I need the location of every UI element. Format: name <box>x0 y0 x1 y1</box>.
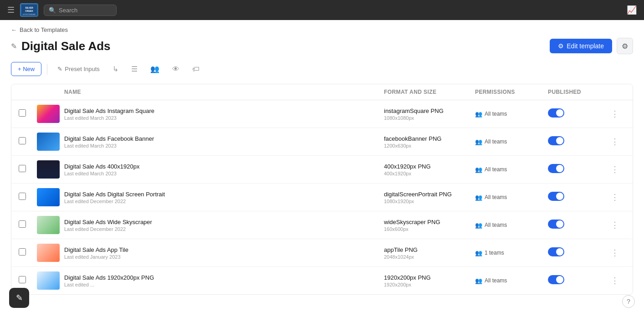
new-button[interactable]: + New <box>11 62 41 76</box>
breadcrumb[interactable]: ← Back to Templates <box>0 20 644 36</box>
tag-icon-button[interactable]: 🏷 <box>188 62 204 77</box>
row-last-edited: Last edited March 2023 <box>64 143 384 148</box>
row-format-name: 400x1920px PNG <box>384 163 475 170</box>
analytics-icon[interactable]: 📈 <box>627 5 637 15</box>
row-checkbox-cell[interactable] <box>19 193 37 202</box>
row-more-cell[interactable]: ⋮ <box>607 107 625 121</box>
new-label: + New <box>18 66 35 72</box>
row-name: Digital Sale Ads App Tile <box>64 246 384 253</box>
row-format-cell: 400x1920px PNG 400x1920px <box>384 163 475 176</box>
more-options-button[interactable]: ⋮ <box>607 135 623 148</box>
row-permissions: All teams <box>485 111 507 117</box>
row-checkbox[interactable] <box>19 165 26 172</box>
row-published-cell[interactable] <box>548 136 607 147</box>
svg-text:SILVER: SILVER <box>25 6 33 9</box>
row-more-cell[interactable]: ⋮ <box>607 218 625 232</box>
row-checkbox[interactable] <box>19 109 26 117</box>
published-toggle[interactable] <box>548 192 564 201</box>
more-options-button[interactable]: ⋮ <box>607 274 623 287</box>
row-permissions: All teams <box>485 166 507 173</box>
preset-inputs-label: Preset Inputs <box>65 66 100 72</box>
published-toggle[interactable] <box>548 136 564 145</box>
row-checkbox[interactable] <box>19 137 26 144</box>
help-button[interactable]: ? <box>622 295 635 308</box>
more-options-button[interactable]: ⋮ <box>607 163 623 176</box>
table-container: Name Format and size Permissions Publish… <box>11 84 633 295</box>
row-format-cell: instagramSquare PNG 1080x1080px <box>384 107 475 121</box>
export-icon: ↳ <box>112 65 118 73</box>
teams-icon: 👥 <box>475 194 482 201</box>
row-more-cell[interactable]: ⋮ <box>607 163 625 176</box>
row-format-size: 1080x1920px <box>384 199 475 204</box>
published-toggle[interactable] <box>548 220 564 229</box>
published-toggle[interactable] <box>548 164 564 173</box>
more-options-button[interactable]: ⋮ <box>607 218 623 232</box>
row-thumbnail <box>37 105 60 123</box>
floating-edit-icon: ✎ <box>16 293 23 303</box>
teams-icon: 👥 <box>475 138 482 145</box>
published-toggle[interactable] <box>548 108 564 118</box>
row-name: Digital Sale Ads Instagram Square <box>64 107 384 114</box>
row-checkbox[interactable] <box>19 193 26 200</box>
more-options-button[interactable]: ⋮ <box>607 190 623 204</box>
row-more-cell[interactable]: ⋮ <box>607 246 625 260</box>
edit-template-label: Edit template <box>567 42 604 50</box>
teams-icon: 👥 <box>475 222 482 229</box>
row-published-cell[interactable] <box>548 220 607 230</box>
hamburger-icon[interactable]: ☰ <box>7 5 15 15</box>
row-name-cell: Digital Sale Ads Instagram Square Last e… <box>64 107 384 121</box>
row-name-cell: Digital Sale Ads 1920x200px PNG Last edi… <box>64 274 384 287</box>
row-checkbox[interactable] <box>19 220 26 228</box>
row-permission-cell: 👥 All teams <box>475 277 548 284</box>
row-name-cell: Digital Sale Ads 400x1920px Last edited … <box>64 163 384 176</box>
row-checkbox-cell[interactable] <box>19 165 37 174</box>
row-name: Digital Sale Ads 400x1920px <box>64 163 384 170</box>
row-published-cell[interactable] <box>548 164 607 175</box>
published-toggle[interactable] <box>548 275 564 284</box>
row-checkbox-cell[interactable] <box>19 248 37 257</box>
row-thumb-cell <box>37 244 64 262</box>
header-published-col: Published <box>548 89 607 95</box>
row-checkbox-cell[interactable] <box>19 276 37 285</box>
logo-area[interactable]: SILVER CREEK SPORTSWEAR <box>20 3 38 17</box>
row-format-name: 1920x200px PNG <box>384 274 475 281</box>
row-published-cell[interactable] <box>548 275 607 286</box>
row-checkbox[interactable] <box>19 248 26 256</box>
row-checkbox-cell[interactable] <box>19 109 37 118</box>
row-more-cell[interactable]: ⋮ <box>607 190 625 204</box>
row-more-cell[interactable]: ⋮ <box>607 135 625 148</box>
row-published-cell[interactable] <box>548 247 607 258</box>
edit-template-button[interactable]: ⚙ Edit template <box>550 39 612 53</box>
more-options-button[interactable]: ⋮ <box>607 107 623 121</box>
row-name: Digital Sale Ads Facebook Banner <box>64 135 384 142</box>
row-published-cell[interactable] <box>548 192 607 203</box>
row-thumbnail <box>37 244 60 262</box>
row-name: Digital Sale Ads Digital Screen Portrait <box>64 191 384 198</box>
search-bar[interactable]: 🔍 Search <box>44 5 117 16</box>
title-edit-icon[interactable]: ✎ <box>11 42 17 51</box>
row-name-cell: Digital Sale Ads Wide Skyscraper Last ed… <box>64 219 384 232</box>
row-more-cell[interactable]: ⋮ <box>607 274 625 287</box>
teams-icon: 👥 <box>475 111 482 118</box>
row-format-cell: facebookBanner PNG 1200x630px <box>384 135 475 148</box>
settings-button[interactable]: ⚙ <box>617 38 633 54</box>
preset-inputs-button[interactable]: ✎ Preset Inputs <box>53 62 104 76</box>
logo-box: SILVER CREEK SPORTSWEAR <box>20 3 38 17</box>
floating-edit-button[interactable]: ✎ <box>9 288 29 308</box>
page-header: ✎ Digital Sale Ads ⚙ Edit template ⚙ <box>0 36 644 61</box>
row-checkbox[interactable] <box>19 276 26 283</box>
header-format-col: Format and size <box>384 89 475 95</box>
row-checkbox-cell[interactable] <box>19 137 37 146</box>
row-checkbox-cell[interactable] <box>19 220 37 230</box>
published-toggle[interactable] <box>548 247 564 256</box>
layers-icon-button[interactable]: ☰ <box>127 61 142 77</box>
row-published-cell[interactable] <box>548 108 607 119</box>
more-options-button[interactable]: ⋮ <box>607 246 623 260</box>
export-icon-button[interactable]: ↳ <box>108 61 123 77</box>
eye-icon-button[interactable]: 👁 <box>168 62 184 77</box>
row-format-name: wideSkyscraper PNG <box>384 219 475 225</box>
users-icon-button[interactable]: 👥 <box>146 61 164 77</box>
row-permission-cell: 👥 All teams <box>475 138 548 145</box>
row-thumb-cell <box>37 188 64 206</box>
table-row: Digital Sale Ads App Tile Last edited Ja… <box>11 239 633 267</box>
